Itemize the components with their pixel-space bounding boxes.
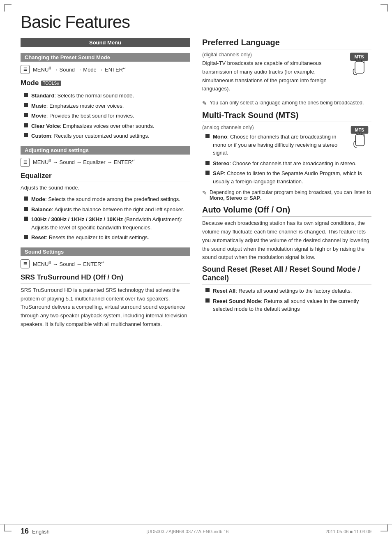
- page-title: Basic Features: [21, 12, 371, 32]
- bullet: [205, 298, 210, 303]
- auto-volume-heading: Auto Volume (Off / On): [202, 205, 371, 217]
- menu-icon-2: ☰: [21, 158, 30, 167]
- changing-preset-path-text: MENUⅢ → Sound → Mode → ENTER↵: [33, 66, 126, 73]
- content-columns: Sound Menu Changing the Preset Sound Mod…: [21, 38, 371, 332]
- preferred-lang-note: ✎ You can only select a language among t…: [202, 100, 371, 106]
- mts-list-cont: Stereo: Choose for channels that are bro…: [205, 159, 371, 186]
- changing-preset-menu-path: ☰ MENUⅢ → Sound → Mode → ENTER↵: [21, 65, 190, 74]
- adjusting-menu-path: ☰ MENUⅢ → Sound → Equalizer → ENTER↵: [21, 158, 190, 167]
- auto-volume-body: Because each broadcasting station has it…: [202, 219, 371, 262]
- mts-svg-2: MTS: [348, 125, 371, 154]
- footer-page-number: 16: [21, 527, 29, 536]
- bullet: [24, 123, 28, 127]
- list-item: Movie: Provides the best sound for movie…: [24, 112, 190, 120]
- bullet: [205, 288, 210, 292]
- adjusting-bar: Adjusting sound settings: [21, 146, 190, 155]
- bullet: [24, 207, 28, 211]
- bullet: [205, 171, 210, 175]
- mts-heading: Multi-Track Sound (MTS): [202, 111, 371, 122]
- list-item: Mode: Selects the sound mode among the p…: [24, 195, 190, 203]
- mode-list: Standard: Selects the normal sound mode.…: [24, 92, 190, 140]
- mts-text-block: (analog channels only) Mono: Choose for …: [202, 125, 344, 161]
- adjusting-path-text: MENUⅢ → Sound → Equalizer → ENTER↵: [33, 159, 135, 165]
- bullet: [24, 103, 28, 107]
- sound-reset-list: Reset All: Resets all sound settings to …: [205, 287, 371, 313]
- mts-section: Multi-Track Sound (MTS) (analog channels…: [202, 111, 371, 201]
- list-item: Standard: Selects the normal sound mode.: [24, 92, 190, 100]
- note-text: You can only select a language among the…: [210, 100, 364, 106]
- mts-note: ✎ Depending on the particular program be…: [202, 189, 371, 201]
- list-item: SAP: Choose to listen to the Separate Au…: [205, 169, 371, 185]
- tools-badge: TOOLS⊞: [41, 81, 61, 86]
- right-column: Preferred Language (digital channels onl…: [202, 38, 371, 332]
- changing-preset-heading: Changing the Preset Sound Mode: [25, 54, 110, 60]
- corner-mark-tr: [380, 4, 388, 12]
- preferred-lang-subheading: (digital channels only): [202, 52, 341, 58]
- list-item: Reset All: Resets all sound settings to …: [205, 287, 371, 295]
- srs-section: SRS TruSurround HD (Off / On) SRS TruSur…: [21, 273, 190, 329]
- list-item: Music: Emphasizes music over voices.: [24, 102, 190, 110]
- list-item: Balance: Adjusts the balance between the…: [24, 206, 190, 214]
- svg-text:MTS: MTS: [354, 54, 364, 59]
- equalizer-list: Mode: Selects the sound mode among the p…: [24, 195, 190, 242]
- left-column: Sound Menu Changing the Preset Sound Mod…: [21, 38, 190, 332]
- adjusting-heading: Adjusting sound settings: [25, 147, 89, 153]
- svg-rect-9: [355, 135, 364, 146]
- list-item: Reset: Resets the equalizer to its defau…: [24, 233, 190, 242]
- menu-icon-3: ☰: [21, 259, 30, 268]
- mts-subheading: (analog channels only): [202, 125, 344, 130]
- list-item: Custom: Recalls your customized sound se…: [24, 132, 190, 140]
- bullet: [24, 93, 28, 97]
- bullet: [24, 196, 28, 201]
- mts-list: Mono: Choose for channels that are broad…: [205, 133, 344, 157]
- bullet: [24, 217, 28, 221]
- list-item: Mono: Choose for channels that are broad…: [205, 133, 344, 157]
- mode-section: Mode TOOLS⊞ Standard: Selects the normal…: [21, 79, 190, 140]
- mts-remote-icon: MTS: [347, 52, 371, 83]
- equalizer-section: Equalizer Adjusts the sound mode. Mode: …: [21, 172, 190, 242]
- svg-text:MTS: MTS: [355, 127, 364, 132]
- menu-icon-1: ☰: [21, 65, 30, 74]
- preferred-lang-row: (digital channels only) Digital-TV broad…: [202, 52, 371, 97]
- bullet: [24, 133, 28, 137]
- svg-rect-2: [355, 62, 364, 73]
- preferred-lang-text: (digital channels only) Digital-TV broad…: [202, 52, 341, 97]
- page: Basic Features Sound Menu Changing the P…: [0, 0, 392, 543]
- sound-menu-bar: Sound Menu: [21, 38, 190, 47]
- list-item: Reset Sound Mode: Returns all sound valu…: [205, 297, 371, 313]
- srs-body: SRS TruSurround HD is a patented SRS tec…: [21, 286, 190, 329]
- preferred-lang-body: Digital-TV broadcasts are capable of sim…: [202, 59, 341, 93]
- mts-svg: MTS: [347, 52, 371, 81]
- sound-settings-bar: Sound Settings: [21, 247, 190, 256]
- list-item: Stereo: Choose for channels that are bro…: [205, 159, 371, 168]
- sound-reset-section: Sound Reset (Reset All / Reset Sound Mod…: [202, 265, 371, 313]
- auto-volume-section: Auto Volume (Off / On) Because each broa…: [202, 205, 371, 262]
- footer-date: 2011-05-06 ■ 11:04:09: [325, 529, 371, 534]
- footer-language: English: [32, 529, 50, 535]
- bullet: [24, 113, 28, 117]
- equalizer-description: Adjusts the sound mode.: [21, 184, 190, 192]
- srs-heading: SRS TruSurround HD (Off / On): [21, 273, 190, 284]
- preferred-language-section: Preferred Language (digital channels onl…: [202, 38, 371, 106]
- preferred-language-heading: Preferred Language: [202, 38, 371, 49]
- mode-heading: Mode: [21, 79, 39, 87]
- corner-mark-tl: [4, 4, 12, 12]
- sound-settings-menu-path: ☰ MENUⅢ → Sound → ENTER↵: [21, 259, 190, 268]
- bullet: [24, 235, 28, 239]
- footer-file: [UD5003-ZA]BN68-03777A-ENG.indb 16: [146, 529, 228, 534]
- sound-settings-heading: Sound Settings: [25, 249, 64, 255]
- list-item: 100Hz / 300Hz / 1KHz / 3KHz / 10KHz (Ban…: [24, 215, 190, 231]
- note-icon-2: ✎: [202, 189, 207, 196]
- bullet: [205, 134, 210, 138]
- sound-settings-path-text: MENUⅢ → Sound → ENTER↵: [33, 261, 104, 267]
- equalizer-heading: Equalizer: [21, 172, 190, 182]
- list-item: Clear Voice: Emphasizes voices over othe…: [24, 122, 190, 130]
- mts-remote-icon-2: MTS: [348, 125, 371, 155]
- bullet: [205, 161, 210, 165]
- note-icon: ✎: [202, 100, 207, 106]
- footer-page-block: 16 English: [21, 527, 50, 536]
- sound-reset-heading: Sound Reset (Reset All / Reset Sound Mod…: [202, 265, 371, 284]
- footer: 16 English [UD5003-ZA]BN68-03777A-ENG.in…: [0, 524, 392, 536]
- changing-preset-bar: Changing the Preset Sound Mode: [21, 53, 190, 62]
- mts-content-row: (analog channels only) Mono: Choose for …: [202, 125, 371, 161]
